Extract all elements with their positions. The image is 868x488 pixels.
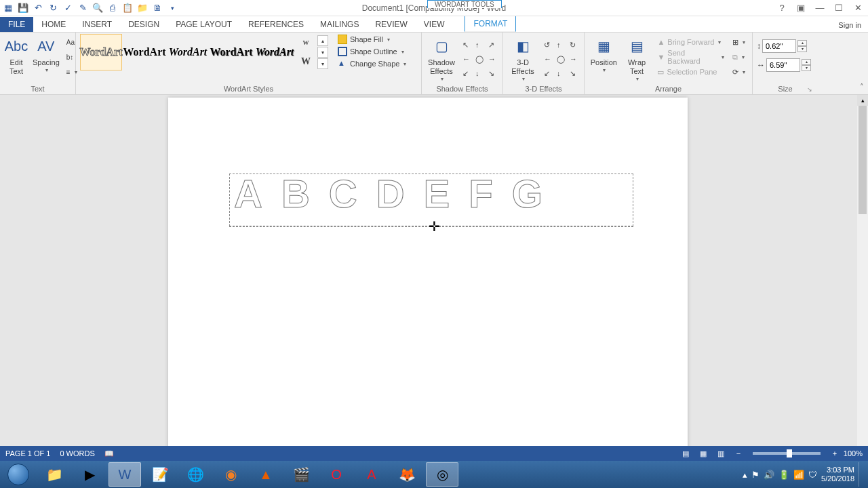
taskbar-firefox[interactable]: 🦊 <box>391 462 423 487</box>
tab-home[interactable]: HOME <box>33 17 74 32</box>
3d-toggle[interactable]: ◯ <box>554 52 566 66</box>
shadow-toggle[interactable]: ◯ <box>473 52 485 66</box>
proofing-icon[interactable]: 📖 <box>104 449 114 458</box>
width-spin-up[interactable]: ▴ <box>802 59 811 65</box>
wordart-style-7[interactable]: W <box>297 53 315 70</box>
shadow-nudge-r[interactable]: → <box>486 52 498 66</box>
tab-file[interactable]: FILE <box>0 17 33 32</box>
show-desktop-button[interactable] <box>859 462 864 487</box>
gallery-scroll-down[interactable]: ▾ <box>317 47 328 58</box>
3d-tilt-ur[interactable]: ↻ <box>567 38 579 52</box>
height-spin-down[interactable]: ▾ <box>797 46 807 52</box>
wordart-style-6[interactable]: W <box>297 34 315 52</box>
qat-icon-7[interactable]: 🗎 <box>152 3 163 14</box>
shadow-nudge-dr[interactable]: ↘ <box>486 66 498 80</box>
qat-icon-3[interactable]: 🔍 <box>92 3 103 14</box>
shadow-nudge-dl[interactable]: ↙ <box>460 66 472 80</box>
bring-forward-button[interactable]: ▲Bring Forward▾ <box>654 35 727 49</box>
size-dialog-launcher[interactable]: ↘ <box>807 86 812 93</box>
zoom-in-button[interactable]: + <box>827 447 842 460</box>
send-backward-button[interactable]: ▼Send Backward▾ <box>654 50 727 64</box>
shadow-nudge-u[interactable]: ↑ <box>473 38 485 52</box>
shadow-effects-button[interactable]: ▢ Shadow Effects▾ <box>426 34 457 84</box>
tray-security-icon[interactable]: 🛡 <box>808 470 817 480</box>
tray-flag-icon[interactable]: ⚑ <box>751 470 760 480</box>
height-input[interactable] <box>762 39 796 53</box>
read-mode-button[interactable]: ▤ <box>678 447 693 460</box>
tab-references[interactable]: REFERENCES <box>240 17 312 32</box>
wordart-style-2[interactable]: WordArt <box>123 34 165 70</box>
shadow-nudge-ur[interactable]: ↗ <box>486 38 498 52</box>
taskbar-word[interactable]: W <box>108 462 141 487</box>
wordart-style-5[interactable]: WordArt <box>254 34 296 70</box>
redo-icon[interactable]: ↻ <box>47 3 58 14</box>
gallery-more-button[interactable]: ▾ <box>317 58 328 69</box>
change-shape-button[interactable]: ▲ Change Shape▾ <box>335 58 409 69</box>
wrap-text-button[interactable]: ▤ Wrap Text▾ <box>622 34 652 84</box>
3d-tilt-r[interactable]: → <box>567 52 579 66</box>
save-icon[interactable]: 💾 <box>18 3 28 14</box>
collapse-ribbon-icon[interactable]: ˄ <box>860 83 864 92</box>
qat-icon-1[interactable]: ✓ <box>62 3 73 14</box>
3d-tilt-ul[interactable]: ↺ <box>541 38 553 52</box>
ribbon-display-icon[interactable]: ▣ <box>795 2 807 14</box>
qat-icon-2[interactable]: ✎ <box>77 3 88 14</box>
scroll-thumb[interactable] <box>859 106 867 214</box>
undo-icon[interactable]: ↶ <box>33 3 43 14</box>
shape-fill-button[interactable]: Shape Fill▾ <box>335 34 409 45</box>
start-button[interactable] <box>0 461 37 488</box>
zoom-level[interactable]: 100% <box>844 449 863 458</box>
width-spin-down[interactable]: ▾ <box>802 65 811 71</box>
3d-tilt-l[interactable]: ← <box>541 52 553 66</box>
wordart-style-3[interactable]: WordArt <box>167 34 209 70</box>
gallery-scroll-up[interactable]: ▴ <box>317 35 328 46</box>
tray-show-hidden-icon[interactable]: ▴ <box>743 470 747 480</box>
page[interactable]: ABCDEFG ✛ <box>168 98 688 461</box>
tray-battery-icon[interactable]: 🔋 <box>778 470 789 480</box>
shape-outline-button[interactable]: Shape Outline▾ <box>335 46 409 57</box>
width-input[interactable] <box>766 58 800 72</box>
qat-more-icon[interactable]: ▾ <box>167 3 178 14</box>
3d-tilt-d[interactable]: ↓ <box>554 66 566 80</box>
print-layout-button[interactable]: ▦ <box>696 447 711 460</box>
sign-in-link[interactable]: Sign in <box>831 18 868 32</box>
spacing-button[interactable]: AV Spacing▾ <box>31 34 61 75</box>
tab-format[interactable]: FORMAT <box>465 16 516 32</box>
web-layout-button[interactable]: ▥ <box>713 447 728 460</box>
tab-mailings[interactable]: MAILINGS <box>312 17 367 32</box>
close-icon[interactable]: ✕ <box>852 2 864 14</box>
page-indicator[interactable]: PAGE 1 OF 1 <box>5 449 50 458</box>
shadow-nudge-ul[interactable]: ↖ <box>460 38 472 52</box>
tab-view[interactable]: VIEW <box>416 17 453 32</box>
shadow-nudge-l[interactable]: ← <box>460 52 472 66</box>
tab-review[interactable]: REVIEW <box>367 17 415 32</box>
position-button[interactable]: ▦ Position▾ <box>589 34 619 75</box>
selection-pane-button[interactable]: ▭Selection Pane <box>654 65 727 79</box>
taskbar-acrobat[interactable]: A <box>355 462 388 487</box>
vertical-scrollbar[interactable]: ▴ ▾ <box>857 95 868 461</box>
wordart-style-4[interactable]: WordArt <box>210 34 252 70</box>
minimize-icon[interactable]: — <box>814 2 826 14</box>
qat-icon-6[interactable]: 📁 <box>137 3 148 14</box>
shadow-nudge-d[interactable]: ↓ <box>473 66 485 80</box>
tab-insert[interactable]: INSERT <box>74 17 120 32</box>
tab-page-layout[interactable]: PAGE LAYOUT <box>167 17 240 32</box>
3d-tilt-dr[interactable]: ↘ <box>567 66 579 80</box>
taskbar-app-2[interactable]: ◉ <box>214 462 247 487</box>
taskbar-opera[interactable]: O <box>320 462 353 487</box>
word-count[interactable]: 0 WORDS <box>60 449 94 458</box>
qat-icon-5[interactable]: 📋 <box>122 3 133 14</box>
scroll-up-button[interactable]: ▴ <box>857 95 868 106</box>
3d-effects-button[interactable]: ◧ 3-D Effects▾ <box>507 34 538 84</box>
qat-icon-4[interactable]: ⎙ <box>107 3 118 14</box>
3d-tilt-u[interactable]: ↑ <box>554 38 566 52</box>
zoom-slider[interactable] <box>753 452 821 455</box>
wordart-style-1[interactable]: WordArt <box>80 34 122 70</box>
tray-volume-icon[interactable]: 🔊 <box>764 470 774 480</box>
taskbar-explorer[interactable]: 📁 <box>38 462 71 487</box>
zoom-out-button[interactable]: − <box>731 447 746 460</box>
group-button[interactable]: ⧉▾ <box>730 50 748 64</box>
tab-design[interactable]: DESIGN <box>120 17 167 32</box>
tray-network-icon[interactable]: 📶 <box>793 470 804 480</box>
taskbar-app-3[interactable]: 🎬 <box>285 462 317 487</box>
